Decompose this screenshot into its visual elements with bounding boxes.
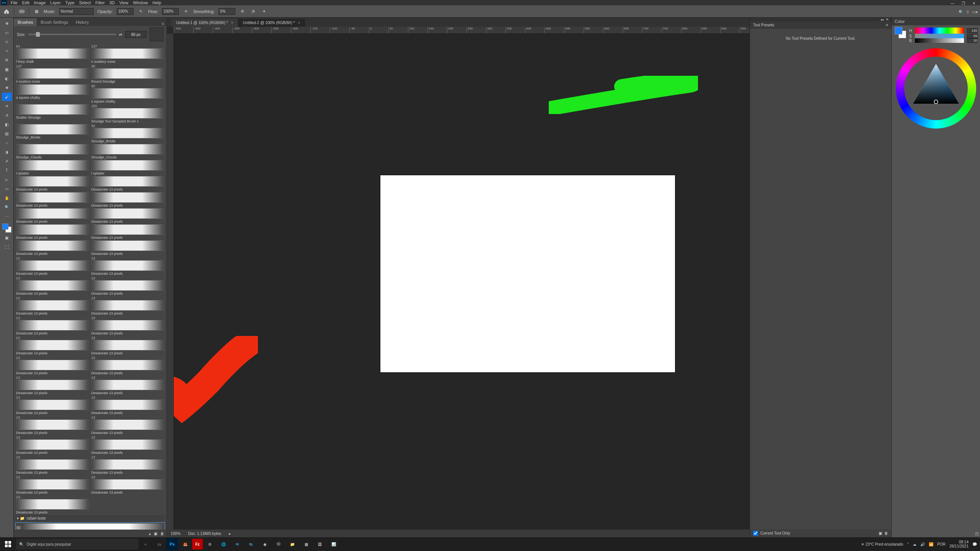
- zoom-tool[interactable]: 🔍: [2, 203, 12, 211]
- brush-item[interactable]: 13Desaturate 13 pixels: [15, 475, 90, 494]
- brush-item[interactable]: Desaturate 13 pixels: [15, 192, 90, 207]
- brush-item[interactable]: Desaturate 13 pixels: [15, 224, 90, 240]
- quickmask-tool[interactable]: ▣: [2, 233, 12, 242]
- brush-folder[interactable]: ▾ 📁 rafael-teste: [15, 515, 165, 522]
- brush-item[interactable]: Smudge_Clouds: [15, 144, 90, 159]
- color-foreground-background[interactable]: [895, 27, 906, 38]
- eyedropper-tool[interactable]: ◐: [2, 74, 12, 83]
- pen-tool[interactable]: ✐: [2, 157, 12, 165]
- taskview-icon[interactable]: ▭: [152, 537, 166, 551]
- brush-item[interactable]: 52Smudge_Bristle: [91, 124, 165, 143]
- bri-slider[interactable]: [915, 38, 964, 43]
- taskbar-search[interactable]: 🔍 Digite aqui para pesquisar: [16, 539, 139, 549]
- panel-close-icon[interactable]: ✕: [886, 18, 889, 21]
- panel-menu-icon[interactable]: ≡: [886, 23, 888, 27]
- brush-item[interactable]: 13Desaturate 13 pixels: [15, 296, 90, 315]
- new-preset-icon[interactable]: ▣: [879, 531, 882, 535]
- brush-item[interactable]: 150Smudge Tool Sampled Brush 1: [91, 104, 165, 123]
- screenmode-tool[interactable]: ⛶: [2, 243, 12, 251]
- close-button[interactable]: ✕: [969, 1, 978, 5]
- menu-edit[interactable]: Edit: [20, 0, 32, 5]
- brush-item[interactable]: Desaturate 13 pixels: [91, 208, 165, 223]
- move-tool[interactable]: ✥: [2, 19, 12, 28]
- more-tools[interactable]: ⋯: [2, 212, 12, 220]
- chrome-icon[interactable]: 🌐: [217, 537, 230, 551]
- brush-item[interactable]: 13Desaturate 13 pixels: [91, 396, 165, 415]
- gradient-tool[interactable]: ▤: [2, 129, 12, 138]
- brush-preset-icon[interactable]: [18, 8, 25, 15]
- brush-item[interactable]: Desaturate 13 pixels: [91, 224, 165, 240]
- trash-icon[interactable]: 🗑: [160, 531, 164, 536]
- app-icon-2[interactable]: Ⓦ: [272, 537, 285, 551]
- menu-select[interactable]: Select: [77, 0, 93, 5]
- brush-item[interactable]: 137n scattery noise: [15, 64, 90, 83]
- symmetry-icon[interactable]: ✦: [261, 8, 267, 15]
- heal-tool[interactable]: ✚: [2, 83, 12, 92]
- menu-image[interactable]: Image: [32, 0, 48, 5]
- settings-icon[interactable]: ⚙: [203, 537, 217, 551]
- app-icon-3[interactable]: ▦: [299, 537, 313, 551]
- eraser-tool[interactable]: ◧: [2, 120, 12, 129]
- brush-item[interactable]: Scatter Smudge: [15, 104, 90, 123]
- marquee-tool[interactable]: ▭: [2, 28, 12, 37]
- doc-info[interactable]: Doc: 1.13M/0 bytes: [188, 531, 221, 536]
- brush-item[interactable]: Desaturate 13 pixels: [15, 240, 90, 256]
- history-brush-tool[interactable]: ↺: [2, 111, 12, 119]
- brush-item[interactable]: s square chalky: [15, 84, 90, 103]
- brush-angle-icon[interactable]: ◔: [250, 8, 257, 15]
- clock[interactable]: 08:14 28/11/2021: [949, 540, 969, 548]
- brush-item[interactable]: 90s square chalky: [91, 84, 165, 103]
- size-input[interactable]: [125, 31, 147, 38]
- ruler-vertical[interactable]: [167, 34, 174, 530]
- brush-item[interactable]: 13Desaturate 13 pixels: [15, 396, 90, 415]
- tab-brush-settings[interactable]: Brush Settings: [37, 18, 72, 26]
- brush-item[interactable]: Desaturate 13 pixels: [91, 176, 165, 191]
- b-input[interactable]: [967, 38, 978, 43]
- hand-tool[interactable]: ✋: [2, 194, 12, 202]
- brush-tip-caret[interactable]: ▴: [149, 531, 151, 536]
- path-tool[interactable]: ▷: [2, 175, 12, 184]
- brush-item[interactable]: 13Desaturate 13 pixels: [91, 416, 165, 435]
- brush-item[interactable]: 13Desaturate 13 pixels: [91, 435, 165, 455]
- home-icon[interactable]: [3, 8, 10, 15]
- status-caret[interactable]: ▸: [229, 531, 231, 536]
- app-icon-1[interactable]: ◉: [258, 537, 272, 551]
- minimize-button[interactable]: —: [948, 1, 957, 5]
- opacity-pressure-icon[interactable]: ✎: [137, 8, 144, 15]
- ruler-horizontal[interactable]: -500-450-400-350-300-250-200-150-100-500…: [174, 27, 750, 34]
- brush-item[interactable]: 13Desaturate 13 pixels: [91, 336, 165, 355]
- flip-icon[interactable]: ⇄: [119, 33, 122, 37]
- current-tool-only-check[interactable]: [753, 531, 758, 536]
- new-brush-icon[interactable]: ▣: [154, 531, 157, 536]
- brush-item[interactable]: 13Desaturate 13 pixels: [91, 296, 165, 315]
- brush-item[interactable]: 13Desaturate 13 pixels: [91, 475, 165, 494]
- smoothing-input[interactable]: [219, 8, 235, 15]
- brush-item[interactable]: 13Desaturate 13 pixels: [15, 435, 90, 455]
- brush-tool[interactable]: 🖌: [2, 93, 12, 101]
- brush-grid[interactable]: 64l liney chalk137n scattery noise137n s…: [14, 43, 166, 530]
- delete-preset-icon[interactable]: 🗑: [884, 531, 888, 535]
- canvas-viewport[interactable]: [174, 34, 750, 530]
- menu-3d[interactable]: 3D: [107, 0, 117, 5]
- mail-icon[interactable]: ✉: [230, 537, 244, 551]
- airbrush-icon[interactable]: ✈: [183, 8, 189, 15]
- crop-tool[interactable]: ⧉: [2, 56, 12, 64]
- menu-view[interactable]: View: [117, 0, 131, 5]
- app-icon-5[interactable]: 📊: [327, 537, 341, 551]
- menu-window[interactable]: Window: [130, 0, 150, 5]
- notifications-icon[interactable]: 💬: [972, 542, 977, 546]
- hue-slider[interactable]: [915, 28, 964, 34]
- menu-layer[interactable]: Layer: [48, 0, 63, 5]
- brush-item[interactable]: 13Desaturate 13 pixels: [15, 495, 90, 514]
- document-tab[interactable]: Untitled-1 @ 100% (RGB/8#) *×: [171, 19, 238, 27]
- brush-item[interactable]: Smudge_Bristle: [15, 124, 90, 143]
- menu-help[interactable]: Help: [150, 0, 164, 5]
- lasso-tool[interactable]: ⊂: [2, 37, 12, 46]
- volume-icon[interactable]: 🔊: [920, 542, 925, 546]
- brush-item[interactable]: Desaturate 13 pixels: [91, 240, 165, 256]
- share-icon[interactable]: ⇪: [966, 10, 969, 14]
- color-wheel[interactable]: [896, 48, 976, 129]
- brush-item[interactable]: 13Desaturate 13 pixels: [15, 316, 90, 335]
- document-tab[interactable]: Untitled-2 @ 100% (RGB/8#) *×: [238, 19, 305, 27]
- cortana-icon[interactable]: ○: [139, 537, 152, 551]
